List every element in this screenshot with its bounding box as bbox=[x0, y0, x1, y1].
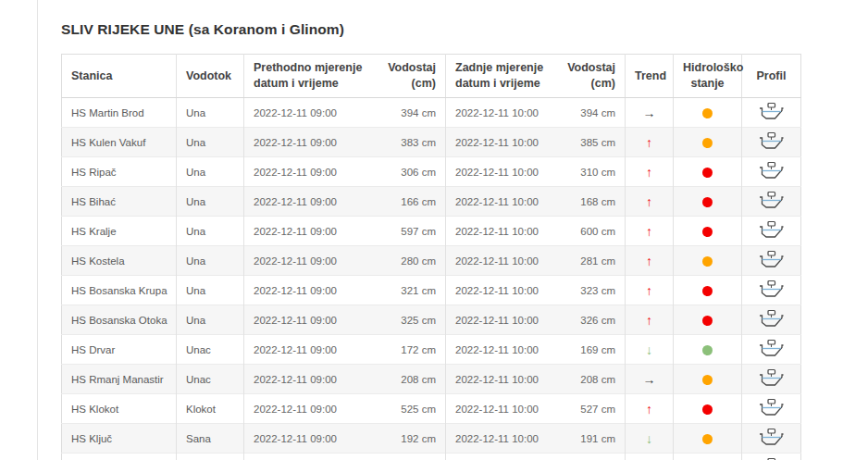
station-row: HS Ripač Una 2022-12-11 09:00 306 cm 202… bbox=[62, 157, 801, 187]
prev-water-level-cell: 166 cm bbox=[366, 187, 446, 217]
profile-cell bbox=[742, 187, 801, 217]
station-row: HS Sanski Most Sana 2022-12-11 09:00 370… bbox=[62, 454, 801, 460]
station-row: HS Kralje Una 2022-12-11 09:00 597 cm 20… bbox=[62, 217, 801, 246]
station-table-header: Stanica Vodotok Prethodno mjerenjedatum … bbox=[62, 55, 801, 98]
last-measurement-datetime-cell: 2022-12-11 10:00 bbox=[446, 128, 555, 157]
station-row: HS Bihać Una 2022-12-11 09:00 166 cm 202… bbox=[62, 187, 801, 217]
river-cross-section-icon[interactable] bbox=[759, 102, 784, 121]
prev-measurement-datetime-cell: 2022-12-11 09:00 bbox=[244, 276, 366, 305]
status-dot-icon bbox=[702, 286, 713, 296]
watercourse-cell: Unac bbox=[177, 365, 244, 394]
trend-arrow-icon: ↑ bbox=[646, 314, 652, 327]
last-water-level-cell: 168 cm bbox=[555, 187, 626, 217]
prev-measurement-datetime-cell: 2022-12-11 09:00 bbox=[244, 98, 366, 128]
prev-measurement-datetime-cell: 2022-12-11 09:00 bbox=[244, 217, 366, 246]
prev-water-level-cell: 370 cm bbox=[366, 454, 446, 460]
last-water-level-cell: 310 cm bbox=[555, 157, 626, 187]
prev-water-level-cell: 280 cm bbox=[366, 246, 446, 276]
watercourse-cell: Una bbox=[177, 98, 244, 128]
hydrological-status-cell bbox=[674, 394, 742, 424]
station-name-cell: HS Sanski Most bbox=[62, 454, 177, 460]
trend-arrow-icon: ↑ bbox=[646, 166, 652, 179]
prev-water-level-cell: 525 cm bbox=[366, 394, 446, 424]
station-row: HS Bosanska Krupa Una 2022-12-11 09:00 3… bbox=[62, 276, 801, 305]
station-name-cell: HS Kralje bbox=[62, 217, 177, 246]
status-dot-icon bbox=[702, 256, 713, 267]
trend-arrow-icon: → bbox=[643, 373, 656, 386]
prev-water-level-cell: 172 cm bbox=[366, 335, 446, 365]
hydrological-status-cell bbox=[674, 128, 742, 157]
trend-arrow-icon: ↓ bbox=[646, 432, 652, 445]
trend-cell: ↑ bbox=[626, 157, 674, 187]
station-table-body: HS Martin Brod Una 2022-12-11 09:00 394 … bbox=[62, 98, 801, 460]
station-name-cell: HS Ključ bbox=[62, 424, 177, 454]
trend-cell: ↓ bbox=[626, 335, 674, 365]
station-row: HS Rmanj Manastir Unac 2022-12-11 09:00 … bbox=[62, 365, 801, 394]
status-dot-icon bbox=[702, 434, 713, 444]
watercourse-cell: Una bbox=[177, 157, 244, 187]
watercourse-cell: Klokot bbox=[177, 394, 244, 424]
station-name-cell: HS Bosanska Krupa bbox=[62, 276, 177, 305]
river-cross-section-icon[interactable] bbox=[759, 398, 784, 417]
trend-arrow-icon: → bbox=[643, 106, 656, 119]
status-dot-icon bbox=[702, 227, 713, 237]
status-dot-icon bbox=[702, 404, 713, 415]
last-measurement-datetime-cell: 2022-12-11 10:00 bbox=[446, 365, 555, 394]
last-measurement-datetime-cell: 2022-12-11 10:00 bbox=[446, 305, 555, 335]
station-row: HS Klokot Klokot 2022-12-11 09:00 525 cm… bbox=[62, 394, 801, 424]
watercourse-cell: Sana bbox=[177, 454, 244, 460]
station-name-cell: HS Klokot bbox=[62, 394, 177, 424]
hydrological-status-cell bbox=[674, 157, 742, 187]
profile-cell bbox=[742, 424, 801, 454]
header-stanica: Stanica bbox=[62, 55, 177, 98]
trend-cell: ↓ bbox=[626, 454, 674, 460]
river-cross-section-icon[interactable] bbox=[759, 428, 784, 447]
status-dot-icon bbox=[702, 316, 713, 326]
trend-arrow-icon: ↑ bbox=[646, 284, 652, 297]
prev-measurement-datetime-cell: 2022-12-11 09:00 bbox=[244, 187, 366, 217]
prev-water-level-cell: 383 cm bbox=[366, 128, 446, 157]
hydrological-status-cell bbox=[674, 98, 742, 128]
status-dot-icon bbox=[702, 108, 713, 118]
river-cross-section-icon[interactable] bbox=[759, 280, 784, 299]
last-water-level-cell: 323 cm bbox=[555, 276, 626, 305]
river-cross-section-icon[interactable] bbox=[759, 161, 784, 180]
prev-measurement-datetime-cell: 2022-12-11 09:00 bbox=[244, 128, 366, 157]
last-water-level-cell: 169 cm bbox=[555, 335, 626, 365]
river-cross-section-icon[interactable] bbox=[759, 368, 784, 388]
station-name-cell: HS Drvar bbox=[62, 335, 177, 365]
station-row: HS Drvar Unac 2022-12-11 09:00 172 cm 20… bbox=[62, 335, 801, 365]
river-basin-section: SLIV RIJEKE UNE (sa Koranom i Glinom) St… bbox=[61, 0, 801, 460]
river-cross-section-icon[interactable] bbox=[759, 339, 784, 358]
hydrological-status-cell bbox=[674, 365, 742, 394]
prev-water-level-cell: 306 cm bbox=[366, 157, 446, 187]
profile-cell bbox=[742, 157, 801, 187]
profile-cell bbox=[742, 98, 801, 128]
river-cross-section-icon[interactable] bbox=[759, 191, 784, 210]
prev-water-level-cell: 192 cm bbox=[366, 424, 446, 454]
last-measurement-datetime-cell: 2022-12-11 10:00 bbox=[446, 246, 555, 276]
prev-measurement-datetime-cell: 2022-12-11 09:00 bbox=[244, 454, 366, 460]
station-table: Stanica Vodotok Prethodno mjerenjedatum … bbox=[61, 54, 801, 460]
hydrological-status-cell bbox=[674, 305, 742, 335]
river-cross-section-icon[interactable] bbox=[759, 250, 784, 269]
station-name-cell: HS Ripač bbox=[62, 157, 177, 187]
trend-arrow-icon: ↓ bbox=[646, 343, 652, 356]
station-row: HS Bosanska Otoka Una 2022-12-11 09:00 3… bbox=[62, 305, 801, 335]
station-row: HS Kulen Vakuf Una 2022-12-11 09:00 383 … bbox=[62, 128, 801, 157]
hydrological-status-cell bbox=[674, 424, 742, 454]
trend-arrow-icon: ↑ bbox=[646, 136, 652, 149]
watercourse-cell: Unac bbox=[177, 335, 244, 365]
status-dot-icon bbox=[702, 168, 713, 178]
river-cross-section-icon[interactable] bbox=[759, 220, 784, 240]
hydrological-status-cell bbox=[674, 217, 742, 246]
page-title: SLIV RIJEKE UNE (sa Koranom i Glinom) bbox=[61, 0, 801, 54]
status-dot-icon bbox=[702, 197, 713, 207]
trend-arrow-icon: ↑ bbox=[646, 195, 652, 208]
river-cross-section-icon[interactable] bbox=[759, 131, 784, 151]
status-dot-icon bbox=[702, 345, 713, 355]
last-measurement-datetime-cell: 2022-12-11 10:00 bbox=[446, 424, 555, 454]
profile-cell bbox=[742, 305, 801, 335]
river-cross-section-icon[interactable] bbox=[759, 309, 784, 329]
trend-cell: ↑ bbox=[626, 305, 674, 335]
